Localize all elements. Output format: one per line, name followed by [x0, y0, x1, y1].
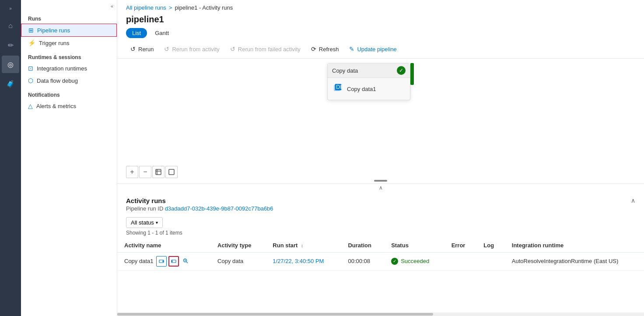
scrollbar-thumb[interactable]	[117, 313, 433, 316]
cell-log	[476, 252, 504, 270]
node-body-label: Copy data1	[347, 86, 376, 92]
collapse-handle[interactable]: ∧	[117, 183, 644, 192]
col-error: Error	[444, 239, 477, 253]
sidebar-item-integration-runtimes-label: Integration runtimes	[37, 65, 87, 72]
row-input-icon-button[interactable]	[156, 256, 167, 267]
horizontal-scrollbar[interactable]	[117, 312, 644, 316]
rerun-from-failed-button[interactable]: ↺ Rerun from failed activity	[226, 43, 305, 55]
sidebar-item-alerts-metrics-label: Alerts & metrics	[36, 103, 76, 109]
col-status: Status	[384, 239, 444, 253]
diagram-controls: + −	[126, 166, 178, 178]
diagram-area[interactable]: Copy data ✓ DB Copy data1 + −	[117, 59, 644, 183]
svg-rect-3	[156, 169, 161, 175]
activity-runs-section: Activity runs ∧ Pipeline run ID d3adadd7…	[117, 192, 644, 316]
alerts-metrics-icon: △	[28, 102, 33, 109]
rerun-from-activity-label: Rerun from activity	[172, 46, 219, 53]
cell-status: ✓ Succeeded	[384, 252, 444, 270]
filter-bar: All status ▾	[117, 214, 644, 230]
sidebar-section-notifications-label: Notifications	[21, 87, 117, 100]
cell-activity-name: Copy data1	[117, 252, 210, 270]
activity-runs-header: Activity runs ∧ Pipeline run ID d3adadd7…	[117, 192, 644, 214]
col-integration-runtime: Integration runtime	[505, 239, 644, 253]
expand-view-button[interactable]	[165, 166, 178, 178]
svg-line-12	[186, 262, 188, 263]
fit-view-button[interactable]	[152, 166, 164, 178]
pipeline-run-id-label: Pipeline run ID	[126, 205, 163, 212]
update-pipeline-label: Update pipeline	[357, 46, 396, 53]
sort-icon[interactable]: ↕	[301, 243, 303, 248]
status-filter-label: All status	[131, 219, 154, 226]
monitor-icon[interactable]: ◎	[2, 56, 19, 73]
breadcrumb: All pipeline runs > pipeline1 - Activity…	[117, 0, 644, 13]
refresh-button[interactable]: ⟳ Refresh	[307, 43, 343, 55]
data-flow-debug-icon: ⬡	[28, 77, 33, 84]
row-link-icon-button[interactable]	[181, 256, 191, 267]
rerun-icon: ↺	[130, 46, 136, 53]
breadcrumb-parent[interactable]: All pipeline runs	[126, 4, 166, 11]
green-status-bar	[410, 63, 414, 85]
home-icon[interactable]: ⌂	[2, 17, 19, 35]
status-filter-dropdown[interactable]: All status ▾	[126, 217, 163, 228]
refresh-label: Refresh	[319, 46, 339, 53]
breadcrumb-current: pipeline1 - Activity runs	[175, 4, 233, 11]
cell-error	[444, 252, 477, 270]
sidebar-item-integration-runtimes[interactable]: ⊡ Integration runtimes	[21, 62, 117, 74]
row-output-icon-button[interactable]	[168, 256, 179, 267]
col-log: Log	[476, 239, 504, 253]
sidebar-section-runtimes-label: Runtimes & sessions	[21, 49, 117, 62]
table-row: Copy data1	[117, 252, 644, 270]
col-run-start: Run start ↕	[266, 239, 341, 253]
status-success-badge: ✓ Succeeded	[391, 258, 437, 265]
update-pipeline-button[interactable]: ✎ Update pipeline	[345, 43, 401, 55]
sidebar-item-trigger-runs[interactable]: ⚡ Trigger runs	[21, 37, 117, 49]
col-duration: Duration	[341, 239, 384, 253]
sidebar-collapse-button[interactable]: «	[21, 0, 117, 11]
rerun-from-failed-icon: ↺	[230, 46, 235, 53]
node-success-check: ✓	[397, 66, 406, 75]
rerun-from-failed-label: Rerun from failed activity	[238, 46, 301, 53]
tab-gantt[interactable]: Gantt	[149, 28, 175, 38]
pipeline-run-id-value[interactable]: d3adadd7-032b-439e-9b87-0092c77ba6b6	[165, 205, 273, 212]
briefcase-icon[interactable]: 🧳	[2, 75, 19, 92]
node-body[interactable]: DB Copy data1	[328, 78, 410, 100]
zoom-in-button[interactable]: +	[126, 166, 138, 178]
sidebar-section-runs-label: Runs	[21, 11, 117, 24]
pipeline-runs-icon: ⊞	[28, 27, 34, 34]
chevron-down-icon: ▾	[156, 220, 158, 225]
sidebar-item-alerts-metrics[interactable]: △ Alerts & metrics	[21, 100, 117, 112]
cell-activity-type: Copy data	[210, 252, 266, 270]
cell-duration: 00:00:08	[341, 252, 384, 270]
rerun-from-activity-button[interactable]: ↺ Rerun from activity	[160, 43, 224, 55]
col-activity-type: Activity type	[210, 239, 266, 253]
trigger-runs-icon: ⚡	[28, 39, 35, 46]
chevron-up-icon: ∧	[379, 185, 383, 191]
cell-integration-runtime: AutoResolveIntegrationRuntime (East US)	[505, 252, 644, 270]
integration-runtimes-icon: ⊡	[28, 65, 33, 72]
rerun-from-activity-icon: ↺	[164, 46, 169, 53]
cell-run-start: 1/27/22, 3:40:50 PM	[266, 252, 341, 270]
showing-count: Showing 1 - 1 of 1 items	[117, 230, 644, 239]
status-dot: ✓	[391, 258, 398, 265]
activity-name-value: Copy data1	[124, 258, 154, 264]
expand-collapse-rail-icon[interactable]: »	[7, 4, 14, 14]
node-header-label: Copy data	[332, 67, 358, 74]
sidebar-item-data-flow-debug-label: Data flow debug	[37, 77, 78, 84]
pipeline-run-id: Pipeline run ID d3adadd7-032b-439e-9b87-…	[126, 205, 635, 212]
sidebar-item-pipeline-runs-label: Pipeline runs	[37, 27, 70, 34]
col-activity-name: Activity name	[117, 239, 210, 253]
rerun-button[interactable]: ↺ Rerun	[126, 43, 158, 55]
activity-runs-table: Activity name Activity type Run start ↕ …	[117, 239, 644, 270]
update-pipeline-icon: ✎	[349, 46, 354, 53]
edit-icon[interactable]: ✏	[2, 36, 19, 54]
collapse-activity-runs-icon[interactable]: ∧	[631, 197, 635, 204]
tab-list[interactable]: List	[126, 28, 147, 38]
action-toolbar: ↺ Rerun ↺ Rerun from activity ↺ Rerun fr…	[117, 42, 644, 59]
activity-runs-table-container: Activity name Activity type Run start ↕ …	[117, 239, 644, 313]
sidebar-item-pipeline-runs[interactable]: ⊞ Pipeline runs	[21, 24, 117, 37]
breadcrumb-separator: >	[169, 4, 172, 11]
svg-text:DB: DB	[336, 84, 343, 90]
zoom-out-button[interactable]: −	[139, 166, 151, 178]
sidebar-item-data-flow-debug[interactable]: ⬡ Data flow debug	[21, 74, 117, 87]
copy-data-node: Copy data ✓ DB Copy data1	[327, 63, 410, 100]
icon-rail: » ⌂ ✏ ◎ 🧳	[0, 0, 21, 316]
